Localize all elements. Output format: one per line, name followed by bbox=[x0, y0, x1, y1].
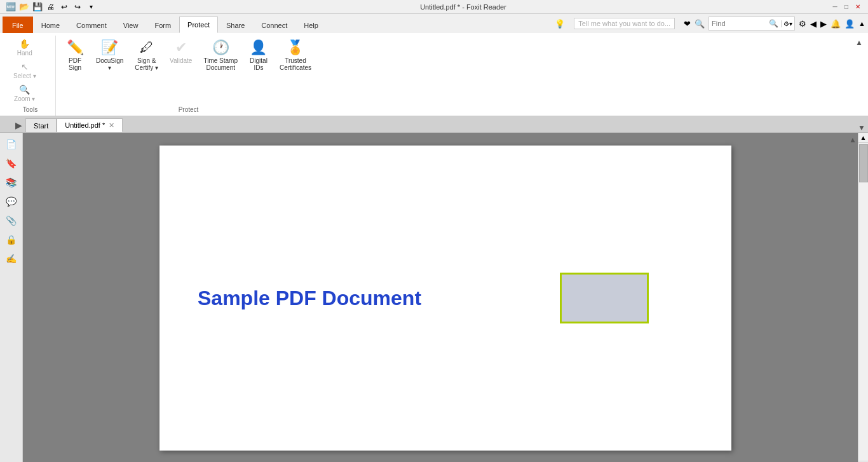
window-title: Untitled.pdf * - Foxit Reader bbox=[97, 3, 830, 11]
tab-comment[interactable]: Comment bbox=[68, 17, 115, 33]
help-icon: 💡 bbox=[555, 19, 565, 29]
tab-home[interactable]: Home bbox=[33, 17, 68, 33]
tab-view[interactable]: View bbox=[115, 17, 147, 33]
docusign-label: DocuSign▾ bbox=[96, 57, 123, 71]
page-thumbnails-btn[interactable]: 📄 bbox=[3, 135, 20, 153]
user-icon[interactable]: 👤 bbox=[844, 19, 855, 29]
scroll-track[interactable] bbox=[858, 143, 868, 461]
timestamp-label: Time StampDocument bbox=[203, 57, 238, 71]
window-controls: ─ □ ✕ bbox=[830, 2, 863, 12]
tab-file[interactable]: File bbox=[3, 17, 33, 33]
security-btn[interactable]: 🔒 bbox=[3, 231, 20, 248]
ribbon-group-tools: ✋ Hand ↖ Select ▾ 🔍 Zoom ▾ Tools bbox=[5, 36, 56, 116]
pdf-area[interactable]: ▲ Sample PDF Document ▲ ▼ bbox=[23, 133, 868, 462]
validate-btn[interactable]: ✔ Validate bbox=[165, 37, 196, 67]
comments-panel-btn[interactable]: 💬 bbox=[3, 193, 20, 210]
signature-panel-btn[interactable]: ✍ bbox=[3, 250, 20, 268]
hand-label: Hand bbox=[17, 50, 32, 57]
notification-icon[interactable]: 🔔 bbox=[831, 19, 841, 29]
bookmark-btn[interactable]: 🔖 bbox=[3, 154, 20, 172]
customize-btn[interactable]: ▾ bbox=[85, 1, 97, 13]
print-btn[interactable]: 🖨 bbox=[45, 1, 57, 13]
trusted-certs-label: TrustedCertificates bbox=[280, 57, 311, 71]
undo-btn[interactable]: ↩ bbox=[58, 1, 70, 13]
pdf-sign-btn[interactable]: ✏️ PDFSign bbox=[61, 37, 89, 74]
scroll-up-btn[interactable]: ▲ bbox=[849, 135, 857, 144]
pdf-page: Sample PDF Document bbox=[159, 146, 731, 451]
select-tool-btn[interactable]: ↖ Select ▾ bbox=[10, 60, 39, 81]
help-search[interactable]: Tell me what you want to do... bbox=[574, 18, 675, 29]
minimize-btn[interactable]: ─ bbox=[830, 2, 840, 12]
find-input[interactable] bbox=[709, 17, 766, 30]
protect-group-label: Protect bbox=[61, 104, 316, 116]
pdf-sign-icon: ✏️ bbox=[67, 39, 84, 56]
quick-access-toolbar: 🆕 📂 💾 🖨 ↩ ↪ ▾ bbox=[5, 1, 97, 13]
tab-share[interactable]: Share bbox=[218, 17, 253, 33]
tab-protect[interactable]: Protect bbox=[179, 17, 218, 33]
layers-btn[interactable]: 📚 bbox=[3, 173, 20, 191]
docusign-icon: 📝 bbox=[101, 39, 118, 56]
redo-btn[interactable]: ↪ bbox=[72, 1, 83, 13]
tab-untitled[interactable]: Untitled.pdf * ✕ bbox=[57, 118, 123, 132]
protect-buttons: ✏️ PDFSign 📝 DocuSign▾ 🖊 Sign &Certify ▾… bbox=[61, 36, 316, 104]
save-btn[interactable]: 💾 bbox=[32, 1, 43, 13]
tools-sidebar: 📄 🔖 📚 💬 📎 🔒 ✍ bbox=[0, 133, 23, 462]
tab-help[interactable]: Help bbox=[295, 17, 327, 33]
open-btn[interactable]: 📂 bbox=[18, 1, 30, 13]
tools-group-label: Tools bbox=[10, 104, 50, 116]
tab-close-btn[interactable]: ✕ bbox=[109, 121, 114, 130]
trusted-certs-btn[interactable]: 🏅 TrustedCertificates bbox=[275, 37, 316, 74]
tab-expand-btn[interactable]: ▶ bbox=[11, 118, 25, 132]
start-tab-label: Start bbox=[34, 122, 48, 130]
collapse-ribbon-btn[interactable]: ▲ bbox=[858, 20, 865, 27]
new-btn[interactable]: 🆕 bbox=[5, 1, 17, 13]
untitled-tab-label: Untitled.pdf * bbox=[65, 121, 105, 129]
hand-tool-btn[interactable]: ✋ Hand bbox=[10, 37, 39, 58]
sign-certify-icon: 🖊 bbox=[140, 39, 154, 56]
trusted-certs-icon: 🏅 bbox=[287, 39, 304, 56]
digital-ids-btn[interactable]: 👤 DigitalIDs bbox=[245, 37, 273, 74]
find-search-icon[interactable]: 🔍 bbox=[766, 19, 781, 28]
next-btn[interactable]: ▶ bbox=[820, 19, 827, 29]
pdf-document-text: Sample PDF Document bbox=[198, 287, 421, 310]
tab-start[interactable]: Start bbox=[25, 118, 57, 132]
find-icon[interactable]: 🔍 bbox=[695, 19, 705, 29]
select-icon: ↖ bbox=[21, 62, 29, 72]
settings-icon[interactable]: ⚙ bbox=[799, 19, 806, 29]
timestamp-icon: 🕐 bbox=[212, 39, 229, 56]
hand-icon: ✋ bbox=[19, 39, 30, 49]
ribbon-collapse-icon[interactable]: ▲ bbox=[855, 38, 863, 47]
favorite-icon[interactable]: ❤ bbox=[684, 19, 691, 29]
scroll-top-btn[interactable]: ▲ bbox=[858, 133, 868, 143]
select-label: Select ▾ bbox=[13, 72, 36, 79]
ribbon-content: ✋ Hand ↖ Select ▾ 🔍 Zoom ▾ Tools ✏️ PDFS… bbox=[0, 33, 868, 116]
digital-ids-icon: 👤 bbox=[250, 39, 267, 56]
tools-buttons: ✋ Hand ↖ Select ▾ 🔍 Zoom ▾ bbox=[10, 36, 50, 104]
tab-connect[interactable]: Connect bbox=[253, 17, 295, 33]
maximize-btn[interactable]: □ bbox=[841, 2, 851, 12]
timestamp-btn[interactable]: 🕐 Time StampDocument bbox=[199, 37, 242, 74]
tab-overflow-btn[interactable]: ▼ bbox=[858, 123, 865, 132]
signature-placeholder[interactable] bbox=[560, 273, 649, 323]
close-btn[interactable]: ✕ bbox=[853, 2, 863, 12]
scroll-thumb[interactable] bbox=[859, 144, 868, 182]
find-box: 🔍 ⚙▾ bbox=[709, 17, 795, 31]
validate-label: Validate bbox=[170, 57, 192, 64]
prev-btn[interactable]: ◀ bbox=[810, 19, 817, 29]
attachments-btn[interactable]: 📎 bbox=[3, 212, 20, 229]
ribbon-group-protect: ✏️ PDFSign 📝 DocuSign▾ 🖊 Sign &Certify ▾… bbox=[56, 36, 321, 116]
ribbon-tab-bar: File Home Comment View Form Protect Shar… bbox=[0, 14, 868, 33]
vertical-scrollbar[interactable]: ▲ ▼ bbox=[858, 133, 868, 462]
title-bar: 🆕 📂 💾 🖨 ↩ ↪ ▾ Untitled.pdf * - Foxit Rea… bbox=[0, 0, 868, 14]
document-tabs: ▶ Start Untitled.pdf * ✕ ▼ bbox=[0, 116, 868, 133]
sign-certify-label: Sign &Certify ▾ bbox=[135, 57, 158, 71]
validate-icon: ✔ bbox=[175, 39, 187, 56]
zoom-tool-btn[interactable]: 🔍 Zoom ▾ bbox=[10, 83, 39, 104]
sign-certify-btn[interactable]: 🖊 Sign &Certify ▾ bbox=[130, 37, 163, 74]
docusign-btn[interactable]: 📝 DocuSign▾ bbox=[92, 37, 128, 74]
tab-form[interactable]: Form bbox=[146, 17, 179, 33]
pdf-sign-label: PDFSign bbox=[69, 57, 81, 71]
find-options-btn[interactable]: ⚙▾ bbox=[781, 20, 794, 27]
main-content: 📄 🔖 📚 💬 📎 🔒 ✍ ▲ Sample PDF Document ▲ ▼ bbox=[0, 133, 868, 462]
help-search-text: Tell me what you want to do... bbox=[578, 20, 670, 27]
